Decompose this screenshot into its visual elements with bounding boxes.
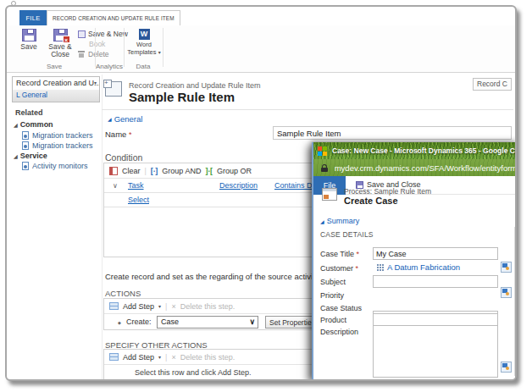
dropdown-caret-icon: ▾ (158, 50, 161, 55)
building-icon (376, 263, 384, 271)
delete-step-button[interactable]: Delete this step. (180, 302, 236, 311)
popup-url: mydev.crm.dynamics.com/SFA/Workflow/enti… (335, 163, 517, 173)
delete-step-x-icon: × (171, 353, 175, 362)
entity-form-icon (105, 81, 122, 97)
group-and-button[interactable]: Group AND (162, 167, 201, 175)
name-input[interactable] (273, 126, 512, 140)
description-label: Description (320, 328, 358, 336)
case-title-label: Case Title * (320, 250, 359, 258)
select-link[interactable]: Select (128, 196, 149, 204)
customer-lookup-icon[interactable] (501, 262, 512, 273)
ribbon-group-save-label: Save (15, 63, 93, 70)
popup-window: Case: New Case - Microsoft Dynamics 365 … (312, 142, 517, 379)
sidebar-item-label: Migration trackers (32, 131, 93, 140)
section-collapse-icon: ◢ (320, 218, 324, 224)
case-details-heading: CASE DETAILS (320, 230, 374, 239)
popup-form-title: Create Case (344, 196, 398, 206)
toolbar-separator: | (165, 302, 167, 311)
required-asterisk: * (357, 250, 360, 258)
group-or-icon: ]∙[ (205, 167, 213, 175)
case-title-input[interactable] (373, 247, 498, 260)
column-header-description[interactable]: Description (219, 181, 258, 190)
sidebar-item-activity-monitors[interactable]: Activity monitors (22, 162, 88, 170)
priority-label: Priority (320, 291, 344, 300)
sidebar-item-label: Migration trackers (32, 141, 93, 150)
toolbar-separator: | (145, 167, 147, 175)
record-selector-title: Record Creation and U... ▾ (13, 77, 99, 90)
related-heading: Related (15, 108, 43, 117)
save-button[interactable]: Save (15, 29, 42, 51)
product-label: Product (320, 316, 346, 324)
word-templates-label: Word Templates (127, 41, 156, 56)
microsoft-logo-icon (318, 146, 327, 156)
group-and-icon: [∙] (151, 167, 158, 175)
product-input[interactable] (373, 313, 498, 326)
toolbar-separator: | (165, 353, 167, 362)
column-caret-icon[interactable]: ∨ (113, 182, 118, 190)
section-summary[interactable]: ◢ Summary (320, 217, 359, 225)
sidebar-group-service[interactable]: ◢ Service (14, 152, 47, 160)
sidebar-item-migration-trackers[interactable]: Migration trackers (22, 141, 93, 150)
process-label: Process: Sample Rule Item (344, 187, 431, 196)
delete-step-button[interactable]: Delete this step. (180, 353, 236, 362)
dropdown-caret-icon: ▾ (94, 80, 97, 86)
hint-text: Select this row and click Add Step. (135, 368, 252, 377)
delete-label: Delete (88, 50, 109, 58)
section-collapse-icon: ◢ (108, 116, 112, 122)
delete-step-x-icon: × (171, 302, 175, 311)
book-label: Book (89, 40, 105, 48)
add-step-button[interactable]: Add Step (123, 302, 154, 311)
ribbon-separator (95, 28, 96, 67)
section-summary-label: Summary (327, 217, 360, 225)
sidebar-group-label: Service (20, 152, 47, 160)
column-header-task[interactable]: Task (128, 181, 144, 190)
popup-address-bar[interactable]: mydev.crm.dynamics.com/SFA/Workflow/enti… (313, 159, 517, 176)
customer-label: Customer * (320, 264, 358, 273)
page-title: Sample Rule Item (129, 90, 235, 104)
ribbon-separator (124, 28, 125, 67)
chevron-down-icon: ∨ (249, 317, 255, 326)
save-and-new-icon (78, 30, 86, 38)
record-creation-corner-button[interactable]: Record C (473, 78, 512, 91)
subject-input[interactable] (373, 275, 498, 288)
ssl-lock-icon (321, 164, 328, 172)
name-field-label: Name * (105, 130, 132, 139)
condition-heading: Condition (105, 152, 142, 163)
customer-lookup-value[interactable]: A Datum Fabrication (376, 262, 460, 272)
sidebar-divider (102, 75, 103, 379)
sidebar-group-common[interactable]: ◢ Common (14, 120, 53, 129)
ribbon-context-tab[interactable]: RECORD CREATION AND UPDATE RULE ITEM (47, 10, 180, 25)
record-icon (22, 131, 29, 140)
product-lookup-icon[interactable] (501, 362, 512, 373)
sidebar-item-label: Activity monitors (32, 162, 88, 170)
header-divider (102, 109, 513, 110)
subject-lookup-icon[interactable] (501, 287, 512, 298)
create-entity-value: Case (161, 317, 179, 326)
description-textarea[interactable] (373, 325, 498, 378)
add-step-button[interactable]: Add Step (123, 353, 154, 362)
required-asterisk: * (129, 130, 132, 139)
popup-window-title: Case: New Case - Microsoft Dynamics 365 … (332, 146, 517, 155)
sidebar-item-migration-trackers[interactable]: Migration trackers (22, 131, 93, 140)
save-icon (22, 29, 36, 41)
ribbon-separator (163, 28, 163, 67)
group-or-button[interactable]: Group OR (217, 167, 252, 175)
add-step-icon (109, 302, 119, 310)
popup-titlebar[interactable]: Case: New Case - Microsoft Dynamics 365 … (313, 142, 517, 159)
customer-link[interactable]: A Datum Fabrication (387, 262, 460, 272)
save-and-close-button[interactable]: × Save & Close (44, 29, 76, 58)
create-step-label: Create: (126, 317, 152, 326)
create-entity-select[interactable]: Case ∨ (157, 316, 258, 329)
word-templates-button[interactable]: W Word Templates ▾ (126, 29, 162, 57)
section-general[interactable]: ◢ General (108, 114, 142, 124)
subject-label: Subject (320, 278, 346, 286)
record-selector-dropdown[interactable]: Record Creation and U... ▾ L General (12, 76, 100, 102)
close-x-icon: × (63, 36, 70, 43)
dropdown-caret-icon: ▾ (158, 354, 161, 360)
record-selector-subnav[interactable]: L General (13, 90, 99, 102)
ribbon-file-tab[interactable]: FILE (19, 10, 47, 25)
save-and-close-label: Save & Close (48, 42, 71, 58)
clear-button[interactable]: Clear (122, 167, 141, 175)
save-button-label: Save (20, 42, 36, 51)
sidebar-group-label: Common (20, 120, 53, 129)
